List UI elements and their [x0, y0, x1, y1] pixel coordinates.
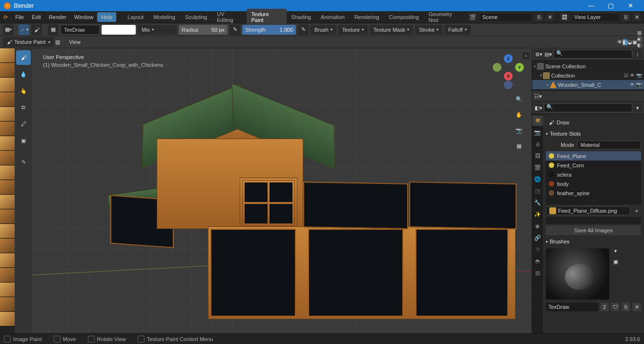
- maximize-button[interactable]: ▢: [601, 2, 621, 9]
- image-thumb[interactable]: [0, 283, 15, 297]
- image-thumb[interactable]: [0, 312, 15, 326]
- uv-list-grip[interactable]: ⋯: [546, 217, 641, 224]
- workspace-tab-uvediting[interactable]: UV Editing: [212, 9, 246, 25]
- strength-pressure-icon[interactable]: ✎: [298, 24, 309, 35]
- workspace-tab-geometrynodes[interactable]: Geometry Nod: [424, 9, 467, 25]
- props-tab-output[interactable]: 🖨: [532, 139, 543, 149]
- outliner-collection[interactable]: ▾ Collection ☑ 👁 📷: [532, 71, 644, 80]
- viewport-3d[interactable]: User Perspective (1) Wooden_Small_Chicke…: [32, 48, 532, 333]
- texturemask-popover[interactable]: Texture Mask: [370, 25, 413, 35]
- gizmo-neg-axis-2[interactable]: [504, 81, 513, 89]
- tool-soften[interactable]: 💧: [16, 67, 31, 81]
- scene-browse-icon[interactable]: 🎬: [468, 13, 477, 21]
- tool-draw[interactable]: 🖌: [16, 50, 31, 65]
- view-object-types-dropdown[interactable]: 👁: [617, 39, 623, 45]
- npanel-tab[interactable]: ‹: [522, 52, 530, 60]
- list-grip[interactable]: ⋯: [546, 198, 641, 204]
- image-thumb[interactable]: [0, 239, 15, 253]
- tool-mask[interactable]: ▣: [16, 133, 31, 148]
- image-thumb[interactable]: [0, 121, 15, 136]
- props-tab-scene[interactable]: 🎬: [532, 162, 543, 173]
- props-tab-viewlayer[interactable]: 🖼: [532, 150, 543, 161]
- zoom-icon[interactable]: 🔍: [513, 93, 525, 105]
- gizmo-y-axis[interactable]: Y: [515, 63, 524, 72]
- props-tab-render[interactable]: 📷: [532, 127, 543, 138]
- texture-slot-mode-dropdown[interactable]: Material: [577, 141, 641, 149]
- workspace-tab-modeling[interactable]: Modeling: [148, 12, 180, 22]
- properties-type-icon[interactable]: ◧▾: [534, 103, 543, 112]
- workspace-tab-compositing[interactable]: Compositing: [384, 12, 424, 22]
- brush-name-field[interactable]: TexDraw: [61, 25, 100, 35]
- save-all-images-button[interactable]: Save All Images: [546, 225, 641, 235]
- workspace-tab-animation[interactable]: Animation: [316, 12, 350, 22]
- scene-delete-button[interactable]: ✕: [545, 13, 554, 21]
- strength-field[interactable]: Strength 1.000: [242, 25, 296, 35]
- blend-mode-dropdown[interactable]: Mix: [138, 25, 177, 35]
- gizmo-x-axis[interactable]: X: [504, 72, 513, 81]
- scene-field[interactable]: Scene: [479, 13, 533, 22]
- image-thumb[interactable]: [0, 63, 15, 78]
- viewlayer-field[interactable]: View Layer: [571, 13, 620, 22]
- menu-help[interactable]: Help: [97, 12, 116, 22]
- object-render-toggle[interactable]: 📷: [636, 82, 642, 87]
- collection-exclude-toggle[interactable]: ☑: [624, 73, 628, 78]
- interaction-mode-dropdown[interactable]: 🖌 Texture Paint: [3, 37, 54, 47]
- paint-mask-button[interactable]: ▥: [55, 39, 60, 45]
- nav-gizmo[interactable]: Z Y X: [494, 54, 523, 83]
- image-thumb[interactable]: [0, 268, 15, 283]
- outliner-object[interactable]: ▸ Wooden_Small_C 👁 📷: [532, 80, 644, 89]
- tool-smear[interactable]: 👆: [16, 83, 31, 98]
- image-thumb[interactable]: [0, 48, 15, 63]
- image-thumb[interactable]: [0, 151, 15, 165]
- outliner-type-icon[interactable]: ≣▾: [534, 50, 543, 59]
- falloff-popover[interactable]: Falloff: [444, 25, 471, 35]
- stroke-popover[interactable]: Stroke: [415, 25, 442, 35]
- texture-image-field[interactable]: Feed_Plane_Diffuse.png: [546, 206, 630, 215]
- props-tab-world[interactable]: 🌐: [532, 174, 543, 184]
- image-thumb[interactable]: [0, 195, 15, 209]
- image-thumb[interactable]: [0, 92, 15, 107]
- texture-link-icon[interactable]: ▦: [48, 24, 59, 35]
- viewlayer-new-button[interactable]: ⎘: [622, 13, 630, 21]
- brush-name-field[interactable]: TexDraw: [546, 303, 598, 311]
- brush-fakeuser-toggle[interactable]: 🛡: [611, 303, 620, 311]
- menu-window[interactable]: Window: [70, 12, 97, 22]
- close-button[interactable]: ✕: [621, 2, 640, 9]
- gizmo-z-axis[interactable]: Z: [504, 54, 513, 63]
- props-tab-constraints[interactable]: 🔗: [532, 232, 543, 243]
- viewlayer-delete-button[interactable]: ✕: [632, 13, 641, 21]
- object-hide-toggle[interactable]: 👁: [630, 82, 635, 87]
- image-thumb[interactable]: [0, 78, 15, 92]
- image-thumb[interactable]: [0, 180, 15, 195]
- overlays-dropdown[interactable]: ◒: [627, 39, 632, 45]
- radius-pressure-icon[interactable]: ✎: [229, 24, 240, 35]
- texture-slots-header[interactable]: Texture Slots: [546, 129, 641, 139]
- texture-slot-item[interactable]: body: [546, 179, 641, 188]
- tool-clone[interactable]: ⧉: [16, 100, 31, 115]
- props-tab-physics[interactable]: ◉: [532, 221, 543, 231]
- collection-hide-toggle[interactable]: 👁: [630, 73, 635, 78]
- brush-preview[interactable]: [546, 248, 609, 300]
- outliner-secondary-row[interactable]: ☷▾: [532, 90, 644, 102]
- image-thumb[interactable]: [0, 107, 15, 121]
- menu-render[interactable]: Render: [45, 12, 70, 22]
- matprev-shading[interactable]: ◐: [637, 42, 642, 48]
- brush-browse-icon[interactable]: 🖌: [31, 24, 42, 35]
- gizmo-neg-axis[interactable]: [493, 63, 501, 72]
- editor-type-button[interactable]: ▦▾: [3, 24, 14, 35]
- brush-users-count[interactable]: 2: [600, 303, 609, 311]
- image-thumb[interactable]: [0, 209, 15, 224]
- tool-annotate[interactable]: ✎: [16, 155, 31, 169]
- workspace-tab-sculpting[interactable]: Sculpting: [180, 12, 212, 22]
- collection-render-toggle[interactable]: 📷: [636, 73, 642, 78]
- view-menu[interactable]: View: [65, 37, 84, 47]
- brush-popover[interactable]: Brush: [311, 25, 336, 35]
- texture-slot-item[interactable]: sclera: [546, 170, 641, 179]
- brush-newcopy-button[interactable]: ⎘: [622, 303, 630, 311]
- app-icon[interactable]: ⟳: [0, 14, 11, 20]
- outliner2-type-icon[interactable]: ☷▾: [534, 93, 542, 100]
- image-thumb[interactable]: [0, 165, 15, 180]
- brushes-header[interactable]: Brushes: [546, 237, 641, 246]
- brush-unlink-button[interactable]: ✕: [632, 303, 641, 311]
- outliner-search[interactable]: 🔍: [554, 50, 632, 59]
